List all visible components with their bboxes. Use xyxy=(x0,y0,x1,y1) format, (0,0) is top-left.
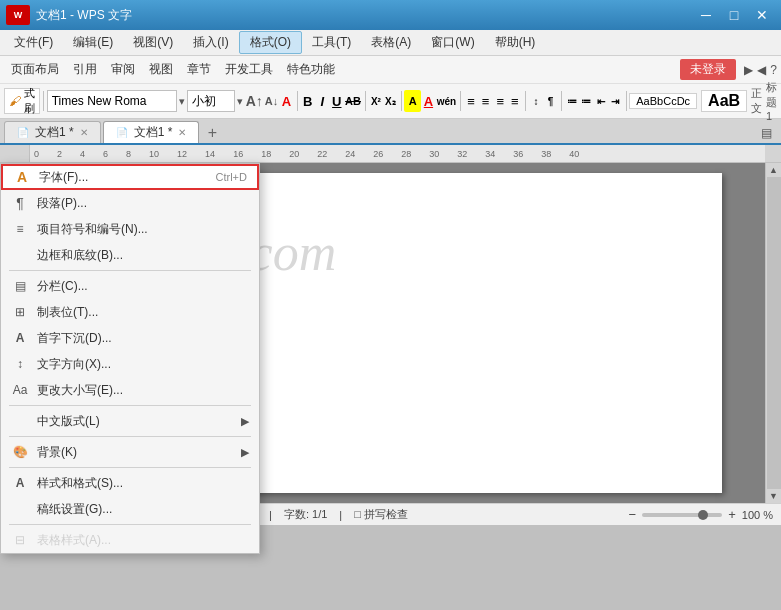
toolbar-reference[interactable]: 引用 xyxy=(66,58,104,81)
scroll-down-button[interactable]: ▼ xyxy=(767,489,781,503)
menu-bangzhu[interactable]: 帮助(H) xyxy=(485,32,546,53)
scroll-track[interactable] xyxy=(767,177,781,489)
register-button[interactable]: 未登录 xyxy=(680,59,736,80)
minimize-button[interactable]: ─ xyxy=(693,5,719,25)
toolbar-pagelayout[interactable]: 页面布局 xyxy=(4,58,66,81)
tab-add-button[interactable]: + xyxy=(201,123,223,143)
font-size-input[interactable] xyxy=(187,90,235,112)
menu-changecase-item[interactable]: Aa 更改大小写(E)... xyxy=(1,377,259,403)
menu-textdir-item[interactable]: ↕ 文字方向(X)... xyxy=(1,351,259,377)
menu-geshi[interactable]: 格式(O) xyxy=(239,31,302,54)
toolbar-devtools[interactable]: 开发工具 xyxy=(218,58,280,81)
main-area: 1 2 3 4 5 6 7 8 9 10 11 12 13 14 15 16 b… xyxy=(0,163,781,503)
bold-button[interactable]: B xyxy=(300,90,315,112)
menu-chinesestyle-item[interactable]: 中文版式(L) ▶ xyxy=(1,408,259,434)
number-list-button[interactable]: ≔ xyxy=(579,90,594,112)
normal-style-label[interactable]: 正文 xyxy=(751,86,762,116)
tabs-label: 制表位(T)... xyxy=(37,304,98,321)
font-color-A[interactable]: A xyxy=(279,90,294,112)
toolbar-review[interactable]: 审阅 xyxy=(104,58,142,81)
toolbar-icon2[interactable]: ◀ xyxy=(757,63,766,77)
ruler-marks: 0246810121416182022242628303234363840 xyxy=(30,145,765,162)
heading-style-label[interactable]: 标题 1 xyxy=(766,80,777,122)
menu-gongju[interactable]: 工具(T) xyxy=(302,32,361,53)
zoom-thumb[interactable] xyxy=(698,510,708,520)
italic-button[interactable]: I xyxy=(315,90,330,112)
styles-area: AaBbCcDc AaB 正文 标题 1 xyxy=(629,80,777,122)
font-input[interactable] xyxy=(47,90,177,112)
toolbar-icon3[interactable]: ? xyxy=(770,63,777,77)
dropcap-label: 首字下沉(D)... xyxy=(37,330,112,347)
horizontal-ruler: 0246810121416182022242628303234363840 xyxy=(0,145,781,163)
heading1-style[interactable]: AaB xyxy=(701,90,747,112)
menu-bianji[interactable]: 编辑(E) xyxy=(63,32,123,53)
menu-border-item[interactable]: 边框和底纹(B)... xyxy=(1,242,259,268)
menu-shitu[interactable]: 视图(V) xyxy=(123,32,183,53)
menu-font-item[interactable]: A 字体(F)... Ctrl+D xyxy=(1,164,259,190)
sep8 xyxy=(626,91,627,111)
strikethrough-button[interactable]: AB xyxy=(344,90,362,112)
title-bar-left: W 文档1 - WPS 文字 xyxy=(6,5,132,25)
font-size-sep: ▾ xyxy=(179,95,185,108)
menu-chuangkou[interactable]: 窗口(W) xyxy=(421,32,484,53)
tab-doc1-active[interactable]: 📄 文档1 * ✕ xyxy=(103,121,200,143)
restore-button[interactable]: □ xyxy=(721,5,747,25)
toolbar-view[interactable]: 视图 xyxy=(142,58,180,81)
font-item-icon: A xyxy=(13,169,31,185)
para-spacing-button[interactable]: ¶ xyxy=(543,90,558,112)
tab-doc1[interactable]: 📄 文档1 * ✕ xyxy=(4,121,101,143)
char-style-button[interactable]: wén xyxy=(436,90,457,112)
menu-biaoge[interactable]: 表格(A) xyxy=(361,32,421,53)
decrease-indent-button[interactable]: ⇤ xyxy=(594,90,609,112)
normal-style[interactable]: AaBbCcDc xyxy=(629,93,697,109)
underline-button[interactable]: U xyxy=(330,90,345,112)
status-spellcheck[interactable]: □ 拼写检查 xyxy=(354,507,408,522)
brush-label: 式刷 xyxy=(24,86,35,116)
tab2-close[interactable]: ✕ xyxy=(178,127,186,138)
right-scrollbar[interactable]: ▲ ▼ xyxy=(765,163,781,503)
bullets-icon: ≡ xyxy=(11,222,29,236)
toolbar-chapter[interactable]: 章节 xyxy=(180,58,218,81)
close-button[interactable]: ✕ xyxy=(749,5,775,25)
tab1-label: 文档1 * xyxy=(35,124,74,141)
toolbar-special[interactable]: 特色功能 xyxy=(280,58,342,81)
textdir-icon: ↕ xyxy=(11,357,29,371)
ruler-right-end xyxy=(765,145,781,162)
menu-wenjian[interactable]: 文件(F) xyxy=(4,32,63,53)
zoom-slider[interactable] xyxy=(642,513,722,517)
menu-tabs-item[interactable]: ⊞ 制表位(T)... xyxy=(1,299,259,325)
tab1-close[interactable]: ✕ xyxy=(80,127,88,138)
title-bar-controls[interactable]: ─ □ ✕ xyxy=(693,5,775,25)
scroll-up-button[interactable]: ▲ xyxy=(767,163,781,177)
menu-styles-item[interactable]: A 样式和格式(S)... xyxy=(1,470,259,496)
bullet-button[interactable]: ≔ xyxy=(564,90,579,112)
align-center-button[interactable]: ≡ xyxy=(478,90,493,112)
line-spacing-button[interactable]: ↕ xyxy=(529,90,544,112)
highlight-button[interactable]: A xyxy=(404,90,421,112)
menu-dropcap-item[interactable]: A 首字下沉(D)... xyxy=(1,325,259,351)
menu-paragraph-item[interactable]: ¶ 段落(P)... xyxy=(1,190,259,216)
textdir-label: 文字方向(X)... xyxy=(37,356,111,373)
shrink-font-button[interactable]: A↓ xyxy=(264,90,279,112)
format-brush[interactable]: 🖌 式刷 xyxy=(4,88,40,114)
zoom-out-button[interactable]: − xyxy=(629,507,637,522)
toolbar-row2: 🖌 式刷 ▾ ▾ A↑ A↓ A B I U AB X² X₂ A A wén … xyxy=(0,84,781,118)
sep4 xyxy=(401,91,402,111)
align-right-button[interactable]: ≡ xyxy=(493,90,508,112)
menu-charu[interactable]: 插入(I) xyxy=(183,32,238,53)
menu-columns-item[interactable]: ▤ 分栏(C)... xyxy=(1,273,259,299)
menu-bullets-item[interactable]: ≡ 项目符号和编号(N)... xyxy=(1,216,259,242)
menu-papersetting-item[interactable]: 稿纸设置(G)... xyxy=(1,496,259,522)
grow-font-button[interactable]: A↑ xyxy=(245,90,264,112)
zoom-in-button[interactable]: + xyxy=(728,507,736,522)
menu-background-item[interactable]: 🎨 背景(K) ▶ xyxy=(1,439,259,465)
justify-button[interactable]: ≡ xyxy=(507,90,522,112)
toolbar-right-icons: ▶ ◀ ? xyxy=(744,63,777,77)
tab-menu-button[interactable]: ▤ xyxy=(755,123,777,143)
align-left-button[interactable]: ≡ xyxy=(464,90,479,112)
toolbar-icon1[interactable]: ▶ xyxy=(744,63,753,77)
subscript-button[interactable]: X₂ xyxy=(383,90,398,112)
increase-indent-button[interactable]: ⇥ xyxy=(608,90,623,112)
font-color-button[interactable]: A xyxy=(421,90,436,112)
superscript-button[interactable]: X² xyxy=(369,90,384,112)
